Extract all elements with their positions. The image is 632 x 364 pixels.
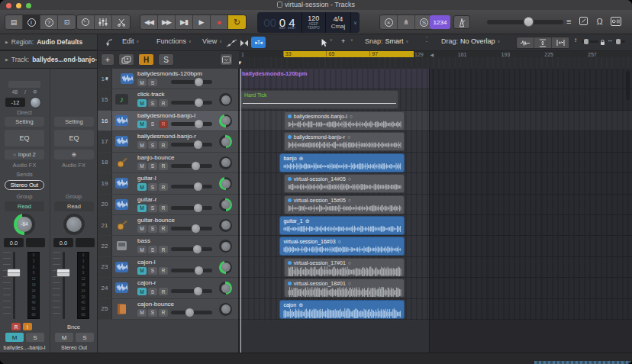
disclosure-triangle-icon[interactable]: ▶ [5, 40, 8, 44]
tempo-circle-icon[interactable]: ⊕ [298, 302, 303, 308]
inspector-icon[interactable]: i [23, 15, 40, 29]
rewind-button[interactable]: ◀◀ [140, 15, 158, 29]
audio-fx-label[interactable]: Audio FX [1, 162, 48, 169]
track-mute-button[interactable]: M [137, 246, 147, 253]
track-pan-knob[interactable] [219, 177, 232, 190]
track-volume-slider[interactable] [171, 227, 212, 230]
go-to-end-button[interactable]: ▶▮ [176, 15, 193, 29]
flex-icon[interactable] [240, 40, 249, 47]
track-header-config-button[interactable] [220, 53, 233, 66]
track-mute-button[interactable]: M [137, 79, 147, 86]
tuner-icon[interactable]: ⋔ [398, 15, 415, 29]
track-header-row[interactable]: 20guitar-rMSR [98, 195, 239, 215]
record-button[interactable]: ● [211, 15, 228, 29]
vertical-zoom-icon[interactable] [534, 37, 552, 48]
input-button[interactable]: ○Input 2 [5, 150, 44, 159]
track-volume-slider[interactable] [171, 247, 212, 251]
pointer-tool-button[interactable] [321, 38, 327, 47]
track-volume-slider[interactable] [171, 311, 212, 314]
track-name[interactable]: guitar-bounce [137, 217, 175, 224]
audio-region[interactable]: virtual-session_18#01○ [284, 279, 405, 298]
track-pan-knob[interactable] [219, 93, 232, 106]
collapse-control[interactable]: ˆˇ [426, 36, 427, 45]
quick-help-icon[interactable]: ? [40, 15, 58, 29]
track-solo-button[interactable]: S [148, 99, 157, 107]
horizontal-zoom-icon[interactable] [552, 37, 569, 48]
track-volume-slider[interactable] [171, 164, 212, 168]
mixer-icon[interactable] [95, 15, 112, 29]
track-volume-slider[interactable] [171, 122, 212, 126]
track-mute-button[interactable]: M [137, 99, 147, 107]
track-volume-slider[interactable] [171, 101, 212, 105]
track-solo-button[interactable]: S [148, 267, 157, 275]
track-header-row[interactable]: 16ballydesmond-banjo-lMSR [98, 111, 239, 131]
track-volume-slider[interactable] [171, 269, 212, 272]
titlebar[interactable]: virtual-session - Tracks [0, 0, 632, 10]
midi-region[interactable]: Hard Tick [240, 90, 398, 109]
loop-ring-icon[interactable]: ○ [348, 198, 351, 203]
play-button[interactable]: ▶ [193, 15, 211, 29]
volume-value[interactable]: 0.0 [53, 238, 73, 247]
track-solo-button[interactable]: S [148, 163, 157, 170]
audio-region[interactable]: cajon⊕ [279, 300, 404, 319]
track-header-row[interactable]: 17ballydesmond-banjo-rMSR [98, 131, 239, 152]
track-header-row[interactable]: 14▼ballydesmonds-120bpmMS [98, 69, 239, 89]
track-pan-knob[interactable] [219, 261, 232, 274]
loop-ring-icon[interactable]: ○ [348, 281, 351, 286]
metronome-icon[interactable] [453, 15, 470, 29]
track-pan-knob[interactable] [219, 240, 232, 253]
track-volume-slider[interactable] [171, 80, 212, 84]
folder-region-label[interactable]: ballydesmonds-120bpm [242, 70, 307, 77]
tempo-circle-icon[interactable]: ⊕ [305, 218, 310, 224]
lcd-display[interactable]: 00 0BAR 4BEAT 120 KEEP TEMPO 4/4 Cmaj ∨ [257, 12, 360, 33]
track-mute-button[interactable]: M [137, 309, 147, 317]
track-pan-knob[interactable] [219, 282, 232, 295]
forward-button[interactable]: ▶▶ [158, 15, 176, 29]
track-volume-slider[interactable] [171, 185, 212, 188]
drag-menu[interactable]: Drag: No Overlap ∨ [441, 37, 500, 45]
mute-button[interactable]: M [5, 333, 24, 342]
audio-region[interactable]: virtual-session_15#05○ [284, 195, 405, 214]
audio-region[interactable]: ballydesmonds-banjo-l○ [284, 111, 405, 130]
add-track-button[interactable]: + [101, 53, 114, 66]
track-solo-button[interactable]: S [148, 79, 157, 86]
pointer-tool-chevron-icon[interactable]: ∨ [330, 37, 333, 42]
group-label[interactable]: Group [1, 193, 48, 200]
pan-knob[interactable] [63, 214, 85, 235]
track-name[interactable]: guitar-l [137, 175, 156, 182]
hide-tracks-button[interactable]: H [138, 53, 154, 66]
gain-button[interactable] [8, 81, 40, 88]
hpf-icon[interactable]: / [24, 89, 26, 95]
eq-button[interactable]: EQ [5, 130, 44, 147]
edit-menu[interactable]: Edit∨ [122, 37, 139, 45]
track-pan-knob[interactable] [219, 303, 232, 316]
track-record-button[interactable]: R [159, 288, 168, 295]
catch-playhead-button[interactable]: ▸T◂ [251, 37, 266, 48]
input-monitor-button[interactable]: I [23, 323, 32, 330]
track-mute-button[interactable]: M [137, 141, 147, 149]
track-solo-button[interactable]: S [148, 121, 157, 128]
view-menu[interactable]: View∨ [202, 37, 222, 45]
track-name[interactable]: bass [137, 237, 150, 244]
smart-controls-icon[interactable] [77, 15, 95, 29]
lcd-tempo[interactable]: 120 KEEP TEMPO [302, 12, 326, 33]
peak-value[interactable] [76, 238, 95, 247]
track-name[interactable]: cajon-bounce [137, 301, 174, 308]
track-header-row[interactable]: 22bassMSR [98, 236, 239, 256]
audio-region[interactable]: virtual-session_17#01○ [284, 258, 405, 277]
arrange-area[interactable]: ballydesmonds-120bpmHard Tickballydesmon… [239, 69, 632, 353]
track-volume-slider[interactable] [171, 143, 212, 147]
loop-ring-icon[interactable]: ○ [348, 260, 351, 266]
track-pan-knob[interactable] [219, 198, 232, 211]
track-name[interactable]: guitar-r [137, 196, 156, 203]
volume-value[interactable]: 0.0 [4, 238, 24, 247]
audio-region[interactable]: guitar_1⊕ [279, 216, 404, 235]
channel-setting-button[interactable]: Setting [5, 117, 44, 127]
automation-mode-button[interactable]: Read [54, 201, 94, 211]
catch-hook-icon[interactable] [105, 38, 114, 47]
phase-icon[interactable]: Φ [33, 89, 37, 95]
track-name[interactable]: ballydesmond-banjo-r [137, 133, 196, 140]
track-header-row[interactable]: 19guitar-lMSR [98, 173, 239, 194]
track-solo-button[interactable]: S [148, 246, 157, 253]
automation-mode-button[interactable]: Read [5, 201, 44, 211]
